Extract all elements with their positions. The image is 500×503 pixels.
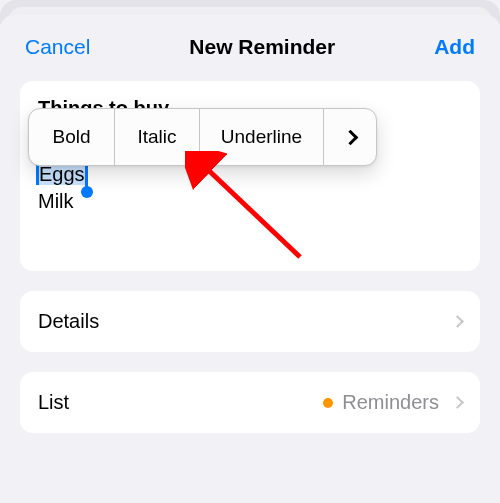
underline-button[interactable]: Underline	[200, 109, 324, 165]
chevron-right-icon	[451, 315, 464, 328]
list-name: Reminders	[342, 391, 439, 414]
selection-dot-end[interactable]	[81, 186, 93, 198]
list-row[interactable]: List Reminders	[20, 372, 480, 433]
cancel-button[interactable]: Cancel	[25, 35, 90, 59]
text-format-menu: Bold Italic Underline	[28, 108, 377, 166]
sheet-header: Cancel New Reminder Add	[0, 15, 500, 81]
selection-handle-end[interactable]	[85, 163, 88, 187]
list-label: List	[38, 391, 69, 414]
list-row-right: Reminders	[323, 391, 462, 414]
italic-button[interactable]: Italic	[115, 109, 200, 165]
list-color-dot	[323, 398, 333, 408]
chevron-right-icon	[451, 396, 464, 409]
add-button[interactable]: Add	[434, 35, 475, 59]
list-value: Reminders	[323, 391, 439, 414]
reminder-editor-card: Things to buy Bread Eggs Milk Bold Itali…	[20, 81, 480, 271]
notes-line-2: Eggs	[38, 163, 86, 185]
notes-line-3: Milk	[38, 188, 462, 215]
details-label: Details	[38, 310, 99, 333]
details-row[interactable]: Details	[20, 291, 480, 352]
bold-button[interactable]: Bold	[29, 109, 115, 165]
more-formatting-button[interactable]	[324, 109, 376, 165]
chevron-right-icon	[342, 129, 358, 145]
new-reminder-sheet: Cancel New Reminder Add Things to buy Br…	[0, 15, 500, 503]
sheet-title: New Reminder	[189, 35, 335, 59]
